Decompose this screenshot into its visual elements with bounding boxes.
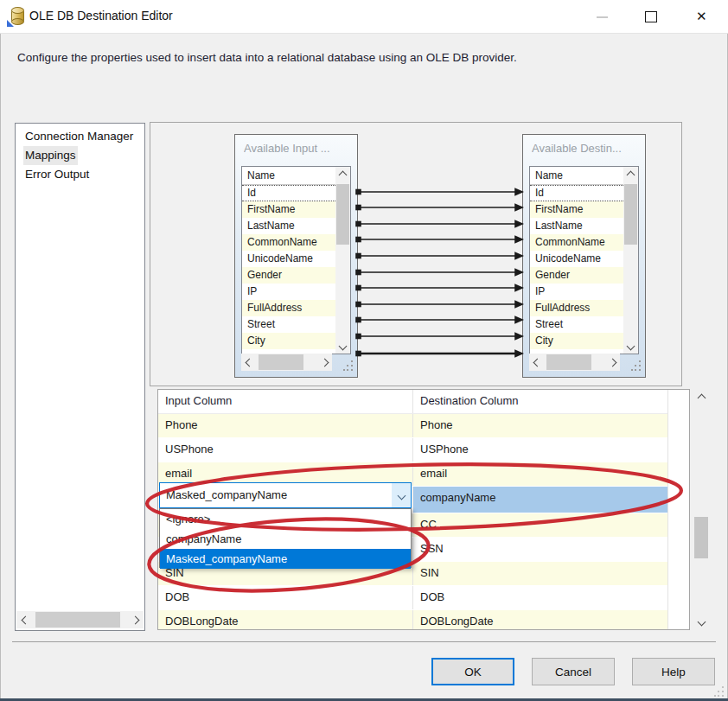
scrollbar-thumb[interactable] — [35, 612, 120, 628]
destination-column-header: Destination Column — [413, 390, 667, 413]
input-list-item[interactable]: Street — [242, 316, 335, 333]
close-icon[interactable]: ✕ — [696, 9, 707, 24]
scroll-down-icon[interactable] — [623, 340, 638, 352]
scroll-up-icon[interactable] — [335, 169, 350, 181]
help-button[interactable]: Help — [632, 658, 715, 685]
chevron-down-icon — [397, 491, 406, 500]
scrollbar-thumb[interactable] — [624, 184, 637, 245]
grid-destination-cell[interactable]: SSN — [413, 538, 667, 561]
scroll-right-icon[interactable] — [128, 611, 142, 628]
available-destination-columns-box: Available Destin... Name Id FirstName La… — [522, 134, 646, 378]
input-column-combobox[interactable]: Masked_companyName — [159, 482, 412, 508]
available-input-columns-title: Available Input ... — [244, 142, 352, 155]
destination-list-item[interactable]: FirstName — [530, 201, 623, 218]
combobox-value: Masked_companyName — [166, 483, 287, 507]
grid-row: DOBLongDate DOBLongDate — [158, 610, 667, 630]
input-list-item[interactable]: Gender — [242, 267, 335, 284]
sidebar-horizontal-scrollbar[interactable] — [16, 611, 144, 628]
input-list-item[interactable]: UnicodeName — [242, 251, 335, 267]
input-list-item[interactable]: IP — [242, 284, 335, 300]
ole-db-destination-editor-dialog: OLE DB Destination Editor ✕ Configure th… — [0, 0, 728, 701]
combobox-dropdown-list: <ignore> companyName Masked_companyName — [159, 508, 412, 568]
dropdown-option-masked-companyname-highlighted[interactable]: Masked_companyName — [160, 549, 411, 569]
destination-list-horizontal-scrollbar[interactable] — [529, 354, 620, 371]
grid-destination-cell[interactable]: DOBLongDate — [413, 610, 667, 630]
scroll-left-icon[interactable] — [243, 354, 255, 371]
grid-destination-cell[interactable]: USPhone — [413, 438, 667, 462]
scroll-left-icon[interactable] — [18, 611, 32, 628]
grid-row: USPhone USPhone — [158, 438, 667, 462]
scroll-right-icon[interactable] — [318, 354, 330, 371]
scroll-up-icon[interactable] — [623, 169, 638, 181]
window-resize-grip-icon[interactable] — [714, 686, 725, 698]
destination-list-item[interactable]: LastName — [530, 218, 623, 234]
input-list-item[interactable]: FirstName — [242, 201, 335, 218]
grid-header-row: Input Column Destination Column — [158, 390, 667, 414]
available-destination-columns-title: Available Destin... — [532, 142, 640, 155]
destination-list-item[interactable]: FullAddress — [530, 300, 623, 316]
dropdown-option-companyname[interactable]: companyName — [160, 529, 411, 549]
destination-columns-list: Name Id FirstName LastName CommonName Un… — [529, 166, 639, 354]
destination-list-item[interactable]: Id — [530, 185, 623, 201]
resize-grip-icon — [631, 360, 642, 372]
input-column-header: Input Column — [158, 390, 413, 413]
grid-row: DOB DOB — [158, 586, 667, 610]
grid-input-cell[interactable]: DOBLongDate — [158, 610, 413, 630]
input-list-horizontal-scrollbar[interactable] — [241, 354, 332, 371]
minimize-icon[interactable] — [597, 16, 608, 18]
cancel-button[interactable]: Cancel — [532, 658, 615, 685]
input-list-item[interactable]: CommonName — [242, 234, 335, 251]
destination-list-item[interactable]: City — [530, 333, 623, 349]
grid-column-divider — [667, 390, 668, 629]
grid-destination-cell[interactable]: email — [413, 462, 667, 486]
grid-input-cell[interactable]: Phone — [158, 414, 413, 437]
input-list-item[interactable]: Id — [242, 185, 335, 201]
destination-list-item[interactable]: UnicodeName — [530, 251, 623, 267]
scrollbar-thumb[interactable] — [336, 184, 349, 245]
scrollbar-thumb[interactable] — [694, 517, 708, 558]
ok-button[interactable]: OK — [431, 658, 514, 685]
grid-destination-cell-selected[interactable]: companyName — [413, 487, 667, 513]
destination-list-item[interactable]: IP — [530, 284, 623, 300]
grid-input-cell[interactable]: USPhone — [158, 438, 413, 462]
grid-row: Phone Phone — [158, 414, 667, 438]
dropdown-option-ignore[interactable]: <ignore> — [160, 509, 411, 529]
input-columns-list: Name Id FirstName LastName CommonName Un… — [241, 166, 351, 354]
destination-list-item[interactable]: CommonName — [530, 234, 623, 251]
sidebar-item-connection-manager[interactable]: Connection Manager — [16, 127, 144, 146]
pages-list: Connection Manager Mappings Error Output — [15, 123, 145, 631]
destination-list-item[interactable]: Gender — [530, 267, 623, 284]
scroll-down-icon[interactable] — [335, 340, 350, 352]
grid-input-cell[interactable]: DOB — [158, 586, 413, 609]
resize-grip-icon — [343, 360, 354, 372]
input-list-vertical-scrollbar[interactable] — [335, 167, 350, 354]
scroll-right-icon[interactable] — [606, 354, 618, 371]
grid-destination-cell[interactable]: CC — [413, 513, 667, 537]
scrollbar-thumb[interactable] — [546, 354, 591, 370]
scroll-up-icon[interactable] — [693, 392, 709, 404]
content-divider — [12, 641, 716, 642]
combobox-dropdown-button[interactable] — [392, 483, 411, 507]
grid-destination-cell[interactable]: DOB — [413, 586, 667, 609]
scroll-down-icon[interactable] — [693, 615, 709, 628]
available-input-columns-box: Available Input ... Name Id FirstName La… — [234, 134, 358, 378]
grid-destination-cell[interactable]: Phone — [413, 414, 667, 437]
scroll-left-icon[interactable] — [531, 354, 543, 371]
input-list-item[interactable]: LastName — [242, 218, 335, 234]
destination-list-column-header: Name — [530, 167, 638, 185]
mapping-diagram-panel: Available Input ... Name Id FirstName La… — [150, 122, 682, 386]
grid-vertical-scrollbar[interactable] — [693, 389, 709, 630]
scrollbar-thumb[interactable] — [259, 354, 303, 370]
grid-destination-cell[interactable]: SIN — [413, 562, 667, 585]
title-bar: OLE DB Destination Editor ✕ — [0, 0, 728, 34]
input-list-item[interactable]: FullAddress — [242, 300, 335, 316]
dialog-description: Configure the properties used to insert … — [17, 51, 517, 64]
maximize-icon[interactable] — [645, 11, 657, 22]
input-list-item[interactable]: City — [242, 333, 335, 349]
destination-list-item[interactable]: Street — [530, 316, 623, 333]
sidebar-item-mappings[interactable]: Mappings — [16, 146, 144, 165]
sidebar-item-error-output[interactable]: Error Output — [16, 165, 144, 184]
window-title: OLE DB Destination Editor — [29, 9, 173, 22]
input-list-column-header: Name — [242, 167, 350, 185]
destination-list-vertical-scrollbar[interactable] — [623, 167, 638, 354]
